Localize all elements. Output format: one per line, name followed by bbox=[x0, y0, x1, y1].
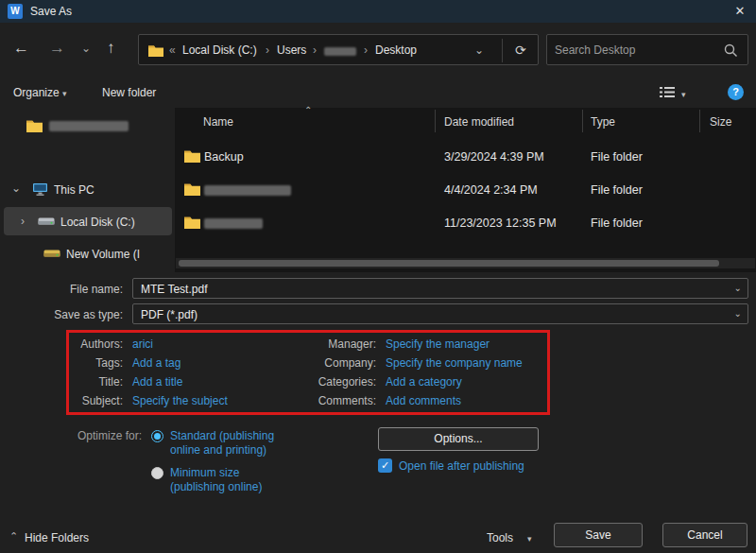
folder-icon bbox=[184, 216, 200, 229]
save-button[interactable]: Save bbox=[554, 523, 643, 547]
local-disk-expand-chevron-icon[interactable]: › bbox=[21, 215, 25, 228]
back-icon[interactable]: ← bbox=[13, 40, 29, 56]
subject-value[interactable]: Specify the subject bbox=[132, 394, 228, 407]
this-pc-expand-chevron-icon[interactable]: ⌄ bbox=[11, 181, 21, 195]
new-folder-button[interactable]: New folder bbox=[102, 86, 156, 99]
column-divider[interactable] bbox=[435, 110, 436, 132]
this-pc-icon bbox=[32, 182, 48, 196]
file-name-redacted bbox=[204, 218, 263, 229]
save-as-type-label: Save as type: bbox=[0, 308, 123, 321]
title-bar: W Save As ✕ bbox=[0, 0, 756, 23]
file-name: Backup bbox=[204, 150, 244, 164]
file-name-redacted bbox=[204, 185, 291, 196]
breadcrumb-item-users[interactable]: Users bbox=[277, 43, 306, 57]
save-as-dialog: W Save As ✕ ← → ⌄ ↑ « Local Disk (C:) › … bbox=[0, 0, 756, 553]
radio-standard-label[interactable]: Standard (publishing online and printing… bbox=[170, 429, 291, 458]
organize-caret-icon: ▾ bbox=[62, 89, 67, 98]
sort-ascending-icon: ⌃ bbox=[304, 105, 312, 115]
search-input[interactable] bbox=[555, 35, 715, 64]
refresh-icon[interactable]: ⟳ bbox=[515, 43, 526, 58]
breadcrumb-collapse-icon[interactable]: « bbox=[169, 43, 176, 57]
comments-label: Comments: bbox=[286, 394, 376, 407]
address-dropdown-chevron-icon[interactable]: ⌄ bbox=[474, 43, 484, 57]
optimize-for-label: Optimize for: bbox=[0, 429, 142, 442]
breadcrumb-item-desktop[interactable]: Desktop bbox=[375, 43, 417, 57]
column-header-size[interactable]: Size bbox=[710, 115, 731, 129]
new-volume-icon bbox=[43, 248, 60, 259]
cancel-button[interactable]: Cancel bbox=[662, 523, 747, 547]
open-after-publishing-label[interactable]: Open file after publishing bbox=[399, 459, 524, 473]
up-icon[interactable]: ↑ bbox=[107, 40, 115, 56]
file-row[interactable]: 11/23/2023 12:35 PM File folder bbox=[175, 208, 755, 239]
metadata-highlight-rectangle: Authors: arici Tags: Add a tag Title: Ad… bbox=[66, 330, 550, 415]
sidebar-item-redacted[interactable] bbox=[49, 121, 129, 131]
word-app-icon: W bbox=[8, 4, 23, 19]
view-mode-caret-icon[interactable]: ▾ bbox=[681, 90, 686, 99]
list-view-icon bbox=[659, 85, 676, 99]
manager-label: Manager: bbox=[286, 337, 376, 351]
column-divider[interactable] bbox=[582, 110, 583, 132]
save-as-type-dropdown-icon[interactable]: ⌄ bbox=[734, 308, 742, 319]
tags-value[interactable]: Add a tag bbox=[132, 356, 180, 370]
tools-caret-icon[interactable]: ▾ bbox=[527, 534, 532, 544]
radio-minimum-size[interactable] bbox=[151, 467, 163, 479]
breadcrumb-separator-icon: › bbox=[364, 43, 368, 57]
company-value[interactable]: Specify the company name bbox=[386, 356, 523, 370]
view-mode-button[interactable] bbox=[659, 85, 676, 102]
categories-label: Categories: bbox=[286, 375, 376, 389]
breadcrumb-separator-icon: › bbox=[266, 43, 269, 57]
title-value[interactable]: Add a title bbox=[132, 375, 182, 389]
organize-button[interactable]: Organize ▾ bbox=[13, 86, 67, 99]
comments-value[interactable]: Add comments bbox=[386, 394, 461, 407]
options-button[interactable]: Options... bbox=[378, 427, 539, 451]
search-icon[interactable] bbox=[724, 43, 738, 58]
folder-icon bbox=[184, 149, 200, 163]
categories-value[interactable]: Add a category bbox=[386, 375, 462, 389]
sidebar-item-new-volume[interactable]: New Volume (I bbox=[66, 248, 140, 261]
file-name-dropdown-icon[interactable]: ⌄ bbox=[734, 283, 742, 293]
file-name-input[interactable]: MTE Test.pdf ⌄ bbox=[132, 278, 748, 299]
subject-label: Subject: bbox=[69, 394, 123, 407]
organize-label: Organize bbox=[13, 86, 60, 99]
address-divider bbox=[502, 39, 503, 62]
address-bar[interactable]: « Local Disk (C:) › Users › › Desktop ⌄ … bbox=[138, 34, 539, 65]
radio-minimum-size-label[interactable]: Minimum size (publishing online) bbox=[170, 466, 291, 494]
folder-icon bbox=[26, 119, 43, 132]
save-as-type-select[interactable]: PDF (*.pdf) ⌄ bbox=[132, 303, 748, 324]
local-disk-icon bbox=[38, 216, 55, 227]
file-name-value: MTE Test.pdf bbox=[141, 283, 207, 296]
column-header-date-modified[interactable]: Date modified bbox=[444, 115, 514, 129]
file-type: File folder bbox=[591, 150, 643, 164]
file-type: File folder bbox=[591, 183, 643, 197]
file-date: 11/23/2023 12:35 PM bbox=[444, 216, 557, 230]
save-as-type-value: PDF (*.pdf) bbox=[141, 308, 198, 321]
folder-icon bbox=[184, 182, 200, 196]
radio-standard[interactable] bbox=[151, 430, 163, 442]
column-header-type[interactable]: Type bbox=[591, 115, 615, 129]
hide-folders-button[interactable]: Hide Folders bbox=[25, 531, 89, 544]
sidebar-item-local-disk[interactable]: Local Disk (C:) bbox=[60, 216, 135, 229]
dialog-title: Save As bbox=[30, 5, 72, 18]
breadcrumb-item-redacted-user[interactable] bbox=[324, 47, 356, 56]
file-type: File folder bbox=[591, 216, 643, 230]
authors-value[interactable]: arici bbox=[132, 337, 153, 351]
forward-icon[interactable]: → bbox=[49, 40, 65, 56]
open-after-publishing-checkbox[interactable]: ✓ bbox=[378, 458, 392, 473]
help-icon[interactable]: ? bbox=[728, 84, 744, 100]
tools-button[interactable]: Tools bbox=[487, 531, 513, 544]
file-row[interactable]: 4/4/2024 2:34 PM File folder bbox=[175, 175, 755, 206]
close-icon[interactable]: ✕ bbox=[730, 3, 750, 20]
file-row[interactable]: Backup 3/29/2024 4:39 PM File folder bbox=[175, 142, 755, 173]
file-name-label: File name: bbox=[0, 283, 123, 296]
breadcrumb-item-local-disk[interactable]: Local Disk (C:) bbox=[182, 43, 257, 57]
file-date: 4/4/2024 2:34 PM bbox=[444, 183, 538, 197]
company-label: Company: bbox=[286, 356, 376, 370]
column-divider[interactable] bbox=[699, 110, 700, 132]
manager-value[interactable]: Specify the manager bbox=[386, 337, 490, 351]
authors-label: Authors: bbox=[69, 337, 123, 351]
column-header-name[interactable]: Name bbox=[203, 115, 233, 129]
recent-locations-chevron-icon[interactable]: ⌄ bbox=[81, 42, 91, 55]
hide-folders-chevron-icon: ⌃ bbox=[9, 530, 18, 543]
horizontal-scrollbar-thumb[interactable] bbox=[179, 260, 719, 267]
sidebar-item-this-pc[interactable]: This PC bbox=[54, 183, 94, 197]
